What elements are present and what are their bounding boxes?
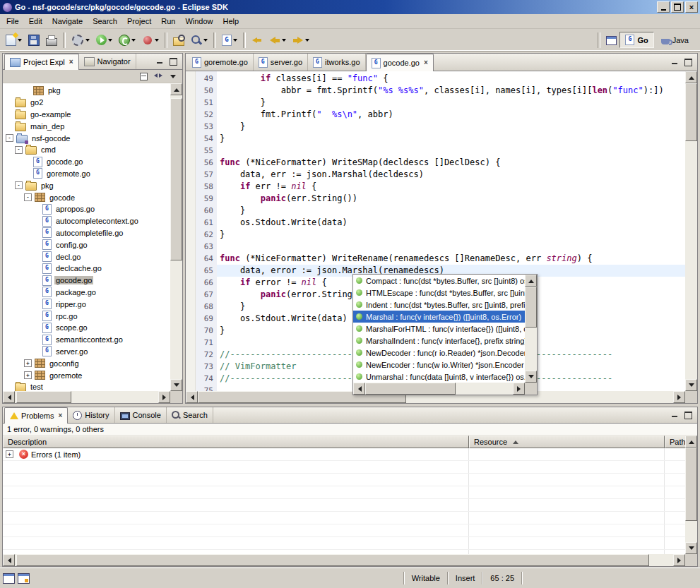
fast-view-icon[interactable] (3, 573, 15, 584)
dropdown-arrow-icon[interactable] (155, 39, 159, 42)
scroll-down-button[interactable] (685, 379, 697, 391)
scrollbar-track[interactable] (365, 383, 513, 395)
scrollbar-thumb[interactable] (685, 83, 697, 141)
code-line-58[interactable]: if err != nil { (217, 181, 685, 193)
view-tab-console[interactable]: Console (115, 407, 167, 423)
tree-item-go-example[interactable]: go-example (3, 109, 170, 121)
editor-tab-goremote-go[interactable]: Ggoremote.go (187, 54, 254, 71)
run-button[interactable] (93, 31, 115, 49)
code-line-51[interactable]: } (217, 97, 685, 109)
completion-item-compact[interactable]: Compact : func(dst *bytes.Buffer, src []… (353, 275, 525, 287)
scroll-right-button[interactable] (513, 383, 525, 395)
completion-item-marshalforhtml[interactable]: MarshalForHTML : func(v interface{}) ([]… (353, 323, 525, 335)
view-tab-history[interactable]: History (68, 407, 114, 423)
scrollbar-thumb[interactable] (685, 448, 697, 521)
menu-window[interactable]: Window (180, 16, 218, 27)
completion-item-htmlescape[interactable]: HTMLEscape : func(dst *bytes.Buffer, src… (353, 287, 525, 299)
code-line-61[interactable]: os.Stdout.Write(data) (217, 217, 685, 229)
close-button[interactable]: × (685, 1, 698, 13)
code-line-56[interactable]: func (*NiceFormatter) WriteSMap(decldesc… (217, 157, 685, 169)
menu-file[interactable]: File (1, 16, 24, 27)
collapse-icon[interactable]: - (24, 193, 32, 201)
completion-item-marshal[interactable]: Marshal : func(v interface{}) ([]uint8, … (353, 311, 525, 323)
column-description[interactable]: Description (3, 436, 469, 448)
view-menu-button[interactable] (167, 71, 179, 82)
completion-item-indent[interactable]: Indent : func(dst *bytes.Buffer, src []u… (353, 299, 525, 311)
perspective-java[interactable]: Java (655, 33, 694, 47)
go-status-icon[interactable] (18, 573, 30, 584)
open-perspective-button[interactable] (603, 31, 619, 49)
close-icon[interactable]: × (69, 59, 73, 66)
link-with-editor-button[interactable] (152, 71, 165, 82)
profile-button[interactable] (139, 31, 162, 49)
collapse-icon[interactable]: - (6, 134, 13, 142)
view-tab-navigator[interactable]: Navigator (79, 54, 136, 69)
tree-item-test[interactable]: test (3, 381, 170, 391)
scrollbar-track[interactable] (170, 95, 182, 379)
save-button[interactable] (25, 31, 42, 49)
tree-item-decl-go[interactable]: Gdecl.go (3, 251, 170, 263)
tree-item-autocompletefile-go[interactable]: Gautocompletefile.go (3, 227, 170, 239)
menu-run[interactable]: Run (156, 16, 180, 27)
minimize-editor-button[interactable] (668, 57, 680, 67)
scrollbar-track[interactable] (685, 448, 697, 542)
tree-item-cmd[interactable]: -cmd (3, 144, 170, 156)
scrollbar-track[interactable] (525, 287, 537, 371)
scroll-down-button[interactable] (170, 379, 182, 391)
maximize-button[interactable] (671, 1, 684, 13)
search-button[interactable] (188, 31, 210, 49)
tree-item-goconfig[interactable]: +goconfig (3, 357, 170, 369)
expand-icon[interactable]: + (6, 450, 13, 458)
completion-item-unmarshal[interactable]: Unmarshal : func(data []uint8, v interfa… (353, 371, 525, 383)
code-line-57[interactable]: data, err := json.Marshal(decldescs) (217, 169, 685, 181)
scrollbar-thumb[interactable] (16, 391, 71, 403)
completion-item-newencoder[interactable]: NewEncoder : func(w io.Writer) *json.Enc… (353, 359, 525, 371)
annotation-ruler[interactable] (186, 71, 196, 391)
tree-item-gocode-go[interactable]: Ggocode.go (3, 156, 170, 168)
scrollbar-track[interactable] (685, 83, 697, 379)
view-tab-search[interactable]: Search (167, 407, 213, 423)
code-line-54[interactable]: } (217, 133, 685, 145)
scroll-up-button[interactable] (525, 275, 537, 287)
scroll-down-button[interactable] (685, 542, 697, 554)
column-path[interactable]: Path (665, 436, 687, 448)
scrollbar-thumb[interactable] (170, 98, 182, 260)
scroll-down-button[interactable] (525, 371, 537, 383)
tree-item-package-go[interactable]: Gpackage.go (3, 287, 170, 299)
problems-vertical-scrollbar[interactable] (685, 436, 697, 554)
last-edit-location-button[interactable] (249, 31, 266, 49)
minimize-view-button[interactable] (668, 410, 680, 420)
scrollbar-thumb[interactable] (16, 554, 649, 566)
maximize-editor-button[interactable] (682, 57, 694, 67)
tree-item-scope-go[interactable]: Gscope.go (3, 322, 170, 334)
column-resource[interactable]: Resource (469, 436, 665, 448)
open-resource-button[interactable] (170, 31, 187, 49)
scroll-up-button[interactable] (685, 71, 697, 83)
line-number-ruler[interactable]: 4950515253545556575859606162636465666768… (196, 71, 217, 391)
tree-item-main-dep[interactable]: main_dep (3, 120, 170, 132)
scrollbar-track[interactable] (15, 391, 158, 403)
tree-item-goremote[interactable]: +goremote (3, 369, 170, 381)
completion-item-newdecoder[interactable]: NewDecoder : func(r io.Reader) *json.Dec… (353, 347, 525, 359)
minimize-button[interactable] (657, 1, 670, 13)
new-button[interactable] (3, 31, 25, 49)
scroll-right-button[interactable] (158, 391, 170, 403)
close-icon[interactable]: × (424, 59, 428, 66)
expand-icon[interactable]: + (24, 371, 32, 379)
scroll-left-button[interactable] (3, 391, 15, 403)
tree-item-ripper-go[interactable]: Gripper.go (3, 298, 170, 310)
maximize-view-button[interactable] (682, 410, 694, 420)
code-line-53[interactable]: } (217, 121, 685, 133)
menu-project[interactable]: Project (122, 16, 156, 27)
view-tab-project-expl[interactable]: Project Expl× (4, 54, 79, 70)
minimize-view-button[interactable] (153, 56, 165, 66)
tree-item-go2[interactable]: go2 (3, 97, 170, 109)
scrollbar-thumb[interactable] (365, 383, 456, 395)
tree-item-server-go[interactable]: Gserver.go (3, 346, 170, 358)
code-line-52[interactable]: fmt.Printf(" %s\n", abbr) (217, 109, 685, 121)
tree-item-config-go[interactable]: Gconfig.go (3, 239, 170, 251)
code-line-63[interactable] (217, 241, 685, 253)
tree-item-gocode[interactable]: -gocode (3, 191, 170, 203)
scroll-left-button[interactable] (3, 554, 15, 566)
popup-horizontal-scrollbar[interactable] (353, 383, 525, 395)
